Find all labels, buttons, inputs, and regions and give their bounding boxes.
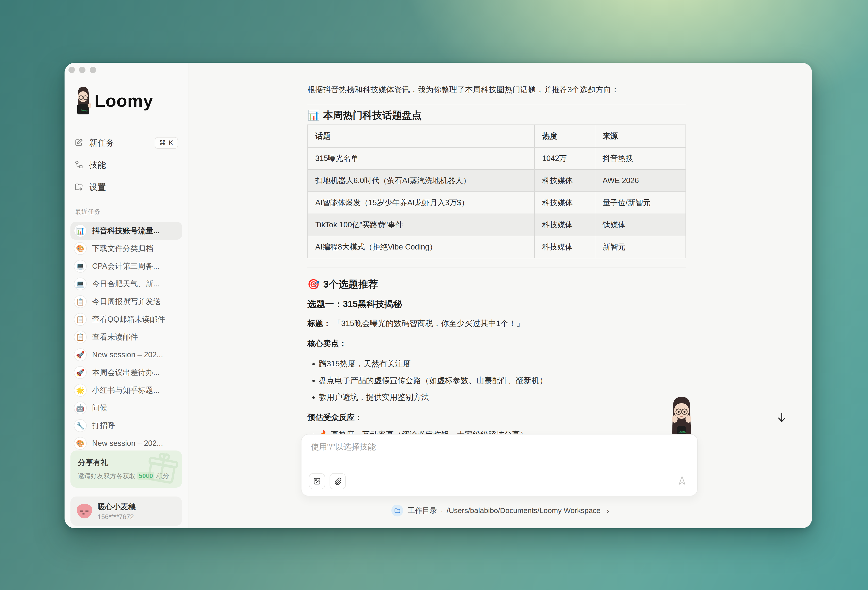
recent-task-item[interactable]: 🎨 New session – 202... (71, 434, 182, 452)
selling-points-list: 蹭315热度，天然有关注度 盘点电子产品的虚假宣传套路（如虚标参数、山寨配件、翻… (307, 358, 686, 403)
folder-icon (394, 507, 400, 514)
compose-icon (74, 138, 83, 148)
task-palette-icon: 🎨 (74, 242, 87, 255)
loomy-app-window: Loomy Loomy 新任务 (65, 63, 812, 528)
zoom-window-button[interactable] (90, 67, 96, 73)
divider (307, 267, 686, 268)
table-row: 315曝光名单 1042万 抖音热搜 (308, 147, 686, 169)
recent-task-item[interactable]: 💻 今日合肥天气、新... (71, 275, 182, 293)
recent-task-item[interactable]: 🎨 下载文件分类归档 (71, 240, 182, 257)
window-controls (68, 67, 96, 73)
message-composer[interactable] (301, 434, 698, 496)
user-avatar (77, 504, 92, 518)
table-row: AI编程8大模式（拒绝Vibe Coding） 科技媒体 新智元 (308, 236, 686, 258)
task-clipboard-icon: 📋 (74, 295, 87, 308)
audience-reaction-label: 预估受众反应： (307, 412, 686, 423)
table-row: 扫地机器人6.0时代（萤石AI蒸汽洗地机器人） 科技媒体 AWE 2026 (308, 169, 686, 192)
selling-points-label: 核心卖点： (307, 338, 686, 349)
brand: Loomy Loomy (74, 85, 188, 116)
section-heading-recommendations: 🎯3个选题推荐 (307, 277, 686, 291)
recent-task-item[interactable]: 🌟 小红书与知乎标题... (71, 381, 182, 399)
chat-main-area: 根据抖音热榜和科技媒体资讯，我为你整理了本周科技圈热门话题，并推荐3个选题方向：… (189, 63, 812, 528)
close-window-button[interactable] (68, 67, 75, 73)
task-rocket-icon: 🚀 (74, 349, 87, 361)
user-phone: 156****7672 (97, 513, 136, 521)
task-laptop-icon: 💻 (74, 260, 87, 273)
intro-paragraph: 根据抖音热榜和科技媒体资讯，我为你整理了本周科技圈热门话题，并推荐3个选题方向： (307, 84, 686, 95)
assistant-peeking-avatar: Loomy (668, 395, 695, 440)
scroll-to-bottom-button[interactable] (777, 412, 787, 424)
desktop-background: Loomy Loomy 新任务 (0, 0, 868, 590)
sidebar: Loomy Loomy 新任务 (65, 63, 189, 528)
task-rocket-icon: 🚀 (74, 366, 87, 379)
column-header: 来源 (595, 125, 686, 147)
task-bar-chart-icon: 📊 (74, 224, 87, 237)
composer-actions (309, 473, 346, 489)
shortcut-badge: ⌘ K (155, 137, 178, 149)
divider (307, 104, 686, 104)
task-palette-icon: 🎨 (74, 437, 87, 450)
recent-task-item[interactable]: 🚀 本周会议出差待办... (71, 363, 182, 381)
target-emoji-icon: 🎯 (307, 279, 320, 290)
recent-tasks-list: 📊 抖音科技账号流量... 🎨 下载文件分类归档 💻 CPA会计第三周备... … (71, 222, 182, 452)
task-robot-icon: 🤖 (74, 402, 87, 414)
table-row: AI智能体爆发（15岁少年养AI龙虾月入3万$） 科技媒体 量子位/新智元 (308, 192, 686, 214)
task-laptop-icon: 💻 (74, 278, 87, 290)
bullet-item: 蹭315热度，天然有关注度 (319, 358, 686, 369)
paperclip-icon (334, 477, 342, 486)
gift-icon (141, 450, 182, 488)
assistant-message: 根据抖音热榜和科技媒体资讯，我为你整理了本周科技圈热门话题，并推荐3个选题方向：… (307, 63, 686, 440)
bullet-item: 教用户避坑，提供实用鉴别方法 (319, 391, 686, 403)
referral-card[interactable]: 分享有礼 邀请好友双方各获取 5000 积分 (71, 450, 182, 488)
task-clipboard-icon: 📋 (74, 313, 87, 326)
task-wrench-icon: 🔧 (74, 419, 87, 432)
user-profile-card[interactable]: 暖心小麦穗 156****7672 (71, 496, 182, 526)
recent-task-item[interactable]: 🤖 问候 (71, 399, 182, 417)
bullet-item: 盘点电子产品的虚假宣传套路（如虚标参数、山寨配件、翻新机） (319, 375, 686, 386)
chevron-right-icon[interactable]: › (607, 506, 609, 515)
svg-text:Loomy: Loomy (81, 109, 88, 112)
recent-task-item[interactable]: 💻 CPA会计第三周备... (71, 257, 182, 275)
column-header: 热度 (534, 125, 595, 147)
menu-label: 新任务 (89, 137, 114, 149)
recent-task-item[interactable]: 🔧 打招呼 (71, 417, 182, 434)
table-row: TikTok 100亿"买路费"事件 科技媒体 钛媒体 (308, 214, 686, 236)
topic-title-line: 标题： 「315晚会曝光的数码智商税，你至少买过其中1个！」 (307, 318, 686, 329)
menu-label: 设置 (89, 182, 106, 193)
sidebar-bottom: 分享有礼 邀请好友双方各获取 5000 积分 暖心小麦穗 156****7672 (71, 450, 182, 526)
bar-chart-emoji-icon: 📊 (307, 110, 320, 121)
recent-task-item[interactable]: 📋 今日周报撰写并发送 (71, 293, 182, 310)
workspace-path[interactable]: 工作目录 · /Users/balabibo/Documents/Loomy W… (407, 506, 601, 516)
folder-chip (391, 505, 403, 516)
recent-task-item[interactable]: 🚀 New session – 202... (71, 346, 182, 363)
menu-item-settings[interactable]: 设置 (71, 181, 182, 194)
user-name: 暖心小麦穗 (97, 502, 136, 512)
menu-label: 技能 (89, 159, 106, 171)
task-star-icon: 🌟 (74, 384, 87, 397)
attach-file-button[interactable] (329, 473, 346, 489)
recent-task-item[interactable]: 📊 抖音科技账号流量... (71, 222, 182, 240)
minimize-window-button[interactable] (79, 67, 86, 73)
recent-task-item[interactable]: 📋 查看QQ邮箱未读邮件 (71, 310, 182, 328)
settings-folder-gear-icon (74, 182, 83, 192)
insert-image-button[interactable] (309, 473, 325, 489)
svg-text:Loomy: Loomy (679, 431, 686, 433)
topic-one-heading: 选题一：315黑科技揭秘 (307, 298, 686, 310)
recent-tasks-label: 最近任务 (75, 207, 188, 216)
menu-item-new-task[interactable]: 新任务 ⌘ K (71, 137, 182, 149)
app-title: Loomy (94, 91, 153, 111)
send-arrow-icon (677, 475, 688, 486)
loomy-avatar-logo: Loomy (74, 85, 92, 116)
menu-item-skills[interactable]: 技能 (71, 159, 182, 172)
send-button[interactable] (677, 475, 688, 487)
workspace-footer: 工作目录 · /Users/balabibo/Documents/Loomy W… (189, 505, 812, 516)
message-input[interactable] (311, 441, 688, 468)
sidebar-menu: 新任务 ⌘ K 技能 (71, 137, 182, 194)
skills-workflow-icon (74, 160, 83, 170)
task-clipboard-icon: 📋 (74, 331, 87, 343)
column-header: 话题 (308, 125, 534, 147)
recent-task-item[interactable]: 📋 查看未读邮件 (71, 328, 182, 346)
hot-topics-table: 话题 热度 来源 315曝光名单 1042万 抖音热搜 扫地机器人6.0时代（萤… (307, 125, 686, 258)
image-icon (313, 477, 321, 486)
table-header-row: 话题 热度 来源 (308, 125, 686, 147)
